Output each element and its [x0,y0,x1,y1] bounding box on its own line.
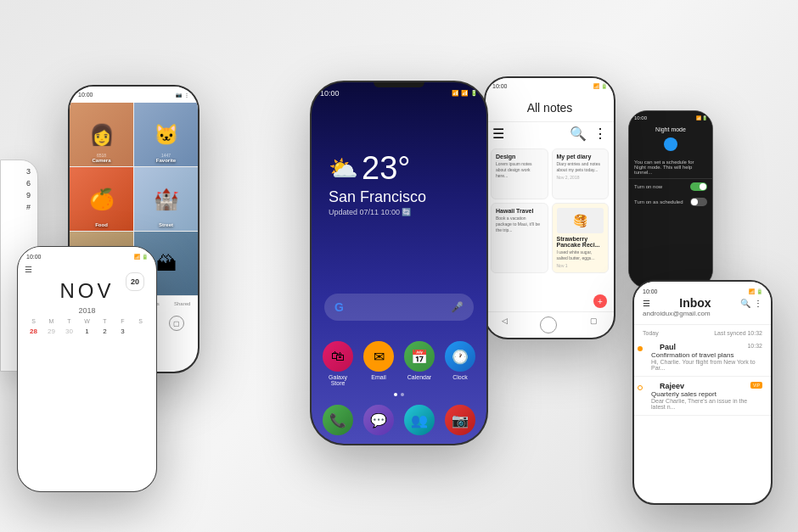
calendar-time: 10:00 [26,254,42,260]
phone-calendar: 10:00 📶 🔋 ☰ NOV 2018 20 S M T W T F S [17,246,157,492]
email-more-icon[interactable]: ⋮ [754,299,762,308]
email-item-rajeev[interactable]: VIP Rajeev 8:12 Quarterly sales report D… [634,377,771,416]
app-calendar[interactable]: 📅 Calendar [402,341,437,386]
galaxy-store-icon[interactable]: 🛍 [323,341,353,372]
cal-day-empty [132,326,149,337]
email-divider [634,324,771,325]
recent-btn[interactable]: ▢ [169,316,184,331]
schedule-label: Turn on as scheduled [634,199,683,204]
schedule-toggle[interactable] [690,198,707,206]
night-mode-visual [629,134,712,156]
night-description: You can set a schedule for Night mode. T… [629,156,712,179]
email-item-paul[interactable]: Paul 10:32 Confirmation of travel plans … [634,338,771,377]
cal-day-2[interactable]: 2 [96,326,114,337]
photo-camera-count: 6518 [70,153,133,158]
email-sync-label: Last synced 10:32 [714,330,762,336]
notes-back-btn[interactable]: ◁ [502,316,508,333]
app-phone[interactable]: 📞 [320,405,356,435]
notes-add-button[interactable]: + [593,294,607,308]
email-rajeev-sender: Rajeev [651,382,684,390]
app-galaxy-store[interactable]: 🛍 GalaxyStore [320,341,356,386]
email-menu-icon[interactable]: ☰ [643,299,650,308]
email-today-row: Today Last synced 10:32 [634,328,771,338]
app-chat[interactable]: 💬 [361,405,396,435]
app-email[interactable]: ✉ Email [361,341,396,386]
email-actions: 🔍 ⋮ [740,299,762,308]
main-screen: 10:00 📶 📶 🔋 ⛅ 23° San Francisco Updated … [312,82,486,444]
photo-street-label: Street [134,222,198,227]
note-pancake-date: Nov 1 [557,263,604,268]
calendar-header: 10:00 📶 🔋 [18,247,156,263]
calendar-grid: S M T W T F S 28 29 30 1 2 3 [18,315,156,340]
note-hawaii-text: Book a vacation package to Maui, it'll b… [496,216,543,233]
email-search-icon[interactable]: 🔍 [740,299,750,308]
note-pet-text: Diary entries and notes about my pets to… [557,161,604,173]
search-bar[interactable]: G 🎤 [324,294,474,321]
notes-home-btn[interactable] [540,316,557,333]
camera-icon[interactable]: 📷 [445,405,475,435]
photo-food[interactable]: 🍊 Food [70,167,133,231]
mic-icon[interactable]: 🎤 [451,301,464,313]
toggle-knob-off [691,199,698,205]
email-paul-header: Paul 10:32 [643,343,762,351]
app-clock[interactable]: 🕐 Clock [442,341,478,386]
calendar-icon[interactable]: 📅 [404,341,435,372]
note-design-text: Lorem ipsum notes about design work here… [496,161,543,179]
note-pet-diary[interactable]: My pet diary Diary entries and notes abo… [552,148,610,199]
night-status: 10:00 📶 🔋 [629,111,712,125]
notes-menu-icon[interactable]: ☰ [492,126,504,142]
night-schedule: Turn on as scheduled [629,194,712,210]
apps-grid-row2: 📞 💬 👥 📷 [320,405,478,435]
note-hawaii[interactable]: Hawaii Travel Book a vacation package to… [491,203,548,273]
note-pancake[interactable]: 🥞 Strawberry Pancake Reci... I used whit… [552,203,610,273]
photo-favorite[interactable]: 🐱 Favorite 1447 [134,103,198,166]
clock-label: Clock [452,374,468,380]
main-status-time: 10:00 [320,89,340,98]
photo-camera-label: Camera [70,158,133,163]
phone-email: 10:00 📶 🔋 ☰ Inbox 🔍 ⋮ androidux@gmail.co… [632,280,773,505]
edge-num-4: # [4,203,34,211]
app-friends[interactable]: 👥 [402,405,437,435]
night-screen: 10:00 📶 🔋 Night mode You can set a sched… [629,111,712,288]
cal-day-3[interactable]: 3 [114,326,132,337]
notes-recent-btn[interactable]: ▢ [590,316,598,333]
turn-on-toggle[interactable] [690,182,707,191]
cal-day-28[interactable]: 28 [25,326,42,337]
friends-icon[interactable]: 👥 [404,405,435,435]
notes-header: All notes [486,94,614,122]
notes-more-icon[interactable]: ⋮ [593,126,607,142]
photo-street[interactable]: 🏰 Street [134,167,198,231]
cal-day-30[interactable]: 30 [60,326,78,337]
weather-temperature: 23° [362,150,410,187]
notes-title: All notes [494,101,605,115]
clock-icon[interactable]: 🕐 [445,341,475,372]
calendar-label: Calendar [407,374,431,380]
calendar-date-badge: 20 [126,272,144,291]
calendar-screen: 10:00 📶 🔋 ☰ NOV 2018 20 S M T W T F S [18,247,156,491]
email-rajeev-preview: Dear Charlie, There's an issue in the la… [643,398,762,410]
phone-notes: 10:00 📶 🔋 All notes ☰ 🔍 ⋮ Design Lorem i… [484,76,615,339]
email-icon[interactable]: ✉ [363,341,394,372]
weather-temp-row: ⛅ 23° [329,150,426,187]
day-header-f: F [114,318,132,324]
night-mode-indicator [664,137,677,151]
cal-day-1[interactable]: 1 [78,326,96,337]
note-design[interactable]: Design Lorem ipsum notes about design wo… [491,148,548,199]
toggle-knob-on [700,183,706,190]
google-logo: G [334,300,344,314]
email-paul-subject: Confirmation of travel plans [643,351,762,359]
night-desc-text: You can set a schedule for Night mode. T… [634,160,707,175]
photo-camera[interactable]: 👩 Camera 6518 [70,103,133,166]
notes-search-icon[interactable]: 🔍 [570,126,587,142]
note-design-title: Design [496,154,543,160]
tab-shared[interactable]: Shared [174,301,190,306]
app-camera[interactable]: 📷 [442,405,478,435]
note-hawaii-title: Hawaii Travel [496,208,543,214]
edge-num-3: 9 [4,191,34,199]
note-pet-title: My pet diary [557,154,604,160]
note-pancake-text: I used white sugar, salted butter, eggs.… [557,249,604,261]
cal-day-29[interactable]: 29 [42,326,60,337]
phone-icon[interactable]: 📞 [323,405,353,435]
email-paul-sender: Paul [651,343,676,351]
chat-icon[interactable]: 💬 [363,405,394,435]
